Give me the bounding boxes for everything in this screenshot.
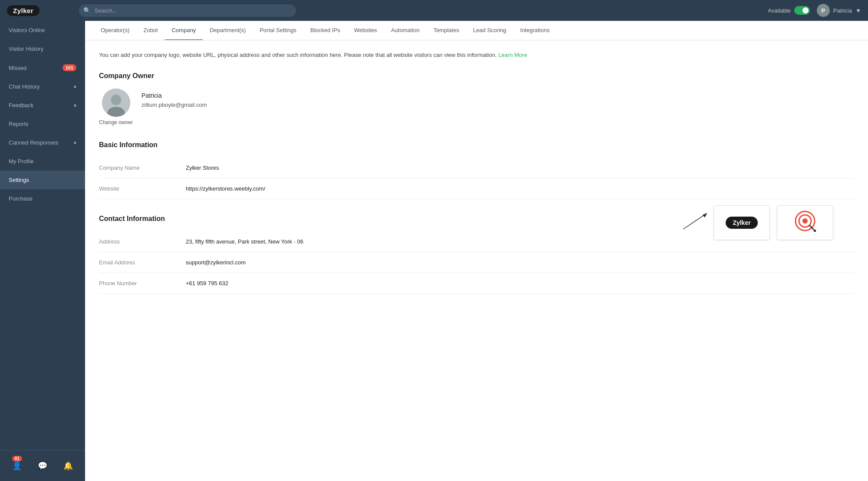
tab-company[interactable]: Company: [165, 21, 203, 40]
learn-more-link[interactable]: Learn More: [498, 52, 527, 58]
company-name-row: Company Name Zylker Stores: [99, 158, 854, 178]
chat-icon[interactable]: 💬: [35, 458, 50, 473]
tab-blocked-ips[interactable]: Blocked IPs: [303, 21, 347, 40]
company-owner-title: Company Owner: [99, 72, 854, 80]
sidebar: Visitors Online Visitor History Missed 1…: [0, 21, 85, 481]
notification-badge: 81: [12, 456, 22, 461]
sidebar-bottom-icons: 👤 💬 🔔 81: [0, 455, 85, 477]
target-icon: [794, 210, 816, 236]
sidebar-item-label: Feedback: [9, 102, 33, 109]
tab-operators[interactable]: Operator(s): [94, 21, 136, 40]
phone-label: Phone Number: [99, 280, 186, 287]
tab-departments[interactable]: Department(s): [203, 21, 253, 40]
sidebar-item-purchase[interactable]: Purchase: [0, 189, 85, 208]
owner-info: Patricia zillium.pboyle@gmail.com: [141, 89, 207, 108]
zylker-dark-logo: Zylker: [726, 217, 757, 229]
sidebar-item-label: Settings: [9, 177, 29, 183]
user-name: Patricia: [833, 7, 852, 14]
sidebar-item-visitors-online[interactable]: Visitors Online: [0, 21, 85, 40]
tab-lead-scoring[interactable]: Lead Scoring: [466, 21, 513, 40]
search-bar[interactable]: 🔍: [79, 4, 296, 17]
sidebar-item-label: Visitor History: [9, 46, 43, 52]
tab-integrations[interactable]: Integrations: [513, 21, 557, 40]
owner-card: Change owner Patricia zillium.pboyle@gma…: [99, 89, 854, 125]
sidebar-item-label: Visitors Online: [9, 27, 45, 33]
sidebar-item-label: Reports: [9, 121, 29, 127]
company-name-value: Zylker Stores: [186, 165, 854, 171]
sidebar-item-chat-history[interactable]: Chat History: [0, 77, 85, 96]
tab-portal-settings[interactable]: Portal Settings: [253, 21, 303, 40]
phone-value: +61 959 795 632: [186, 280, 854, 287]
logo-card-icon: [777, 205, 833, 240]
owner-avatar-wrap: Change owner: [99, 89, 133, 125]
sidebar-item-label: Purchase: [9, 195, 33, 202]
basic-info-section: Basic Information Company Name Zylker St…: [99, 141, 854, 199]
sidebar-item-canned-responses[interactable]: Canned Responses: [0, 133, 85, 152]
logo: Zylker: [7, 5, 39, 16]
email-row: Email Address support@zylkerincl.com: [99, 252, 854, 273]
bell-icon[interactable]: 🔔: [61, 458, 76, 473]
sidebar-bottom: 👤 💬 🔔 81: [0, 450, 85, 481]
chat-history-dot: [74, 86, 76, 88]
status-label: Available: [768, 7, 791, 14]
arrow-pointer: [679, 210, 713, 231]
avatar: P: [817, 4, 830, 17]
tab-websites[interactable]: Websites: [347, 21, 384, 40]
sidebar-item-reports[interactable]: Reports: [0, 115, 85, 133]
info-text: You can add your company logo, website U…: [99, 52, 497, 58]
sidebar-item-label: Missed: [9, 65, 26, 71]
company-owner-section: Company Owner Change owner: [99, 72, 854, 125]
sidebar-item-label: My Profile: [9, 158, 34, 165]
logo-card-dark: Zylker: [713, 205, 770, 240]
owner-email: zillium.pboyle@gmail.com: [141, 102, 207, 108]
phone-row: Phone Number +61 959 795 632: [99, 273, 854, 294]
sidebar-item-label: Chat History: [9, 83, 40, 90]
info-banner: You can add your company logo, website U…: [99, 51, 854, 60]
content-area: Operator(s) Zobot Company Department(s) …: [85, 21, 868, 481]
main-layout: Visitors Online Visitor History Missed 1…: [0, 21, 868, 481]
basic-info-title: Basic Information: [99, 141, 854, 149]
canned-responses-dot: [74, 142, 76, 144]
logo-preview-area: Zylker: [713, 205, 833, 240]
sidebar-item-label: Canned Responses: [9, 139, 58, 146]
company-name-label: Company Name: [99, 165, 186, 171]
sidebar-item-feedback[interactable]: Feedback: [0, 96, 85, 115]
page-content: You can add your company logo, website U…: [85, 40, 868, 481]
tabs-bar: Operator(s) Zobot Company Department(s) …: [85, 21, 868, 40]
owner-name: Patricia: [141, 92, 207, 99]
available-status: Available: [768, 6, 810, 15]
chevron-down-icon: ▼: [855, 7, 861, 14]
svg-point-7: [802, 218, 808, 224]
status-toggle[interactable]: [794, 6, 810, 15]
email-label: Email Address: [99, 259, 186, 266]
tab-templates[interactable]: Templates: [427, 21, 466, 40]
website-value: https://zylkerstores.weebly.com/: [186, 185, 854, 192]
website-row: Website https://zylkerstores.weebly.com/: [99, 178, 854, 199]
svg-point-1: [111, 95, 121, 105]
website-label: Website: [99, 185, 186, 192]
tab-zobot[interactable]: Zobot: [136, 21, 164, 40]
missed-badge: 101: [62, 64, 76, 71]
target-svg: [794, 210, 816, 232]
change-owner-link[interactable]: Change owner: [99, 119, 133, 125]
sidebar-item-visitor-history[interactable]: Visitor History: [0, 40, 85, 58]
search-input[interactable]: [79, 4, 296, 17]
svg-marker-4: [703, 213, 707, 217]
owner-avatar-image: [102, 89, 130, 117]
email-value: support@zylkerincl.com: [186, 259, 854, 266]
owner-avatar: [102, 89, 130, 117]
sidebar-item-settings[interactable]: Settings: [0, 171, 85, 189]
user-area[interactable]: P Patricia ▼: [817, 4, 861, 17]
topbar: Zylker 🔍 Available P Patricia ▼: [0, 0, 868, 21]
address-label: Address: [99, 238, 186, 245]
feedback-dot: [74, 104, 76, 107]
sidebar-item-missed[interactable]: Missed 101: [0, 58, 85, 77]
search-icon: 🔍: [83, 7, 91, 14]
tab-automation[interactable]: Automation: [384, 21, 427, 40]
topbar-right: Available P Patricia ▼: [768, 4, 861, 17]
sidebar-item-my-profile[interactable]: My Profile: [0, 152, 85, 171]
logo-area: Zylker: [7, 5, 72, 16]
